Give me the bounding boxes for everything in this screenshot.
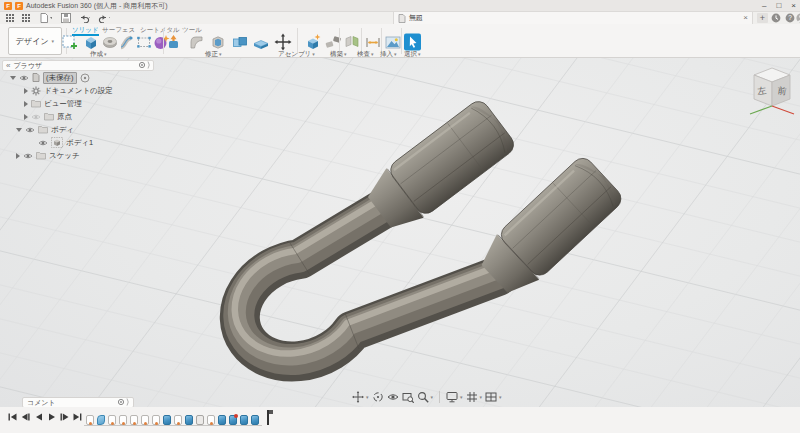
group-select-label[interactable]: 選択 [404, 50, 417, 57]
timeline-feature-sketch[interactable] [141, 415, 149, 425]
viewports-button[interactable]: ▾ [485, 391, 502, 403]
job-status-icon[interactable] [770, 13, 782, 23]
combine-button[interactable] [231, 33, 249, 51]
fillet-button[interactable] [187, 33, 205, 51]
app-grid-icon[interactable] [20, 13, 32, 23]
undo-icon[interactable] [78, 13, 90, 23]
expand-icon[interactable] [24, 101, 28, 107]
comments-display-icon[interactable] [117, 398, 129, 407]
item-label[interactable]: ボディ [51, 125, 74, 135]
select-button[interactable] [403, 33, 421, 51]
collapse-icon[interactable]: « [6, 61, 10, 70]
step-forward-button[interactable] [60, 412, 69, 421]
item-label[interactable]: ドキュメントの設定 [44, 86, 113, 96]
play-reverse-button[interactable] [34, 412, 43, 421]
timeline-feature-sketch[interactable] [207, 415, 215, 425]
expand-icon[interactable] [16, 128, 22, 132]
browser-item-view-management[interactable]: ビュー管理 [2, 97, 172, 110]
timeline-feature-extrude[interactable] [251, 415, 259, 425]
radial-menu-icon[interactable] [80, 73, 90, 83]
sweep-button[interactable] [118, 33, 136, 51]
go-to-start-button[interactable] [8, 412, 17, 421]
root-node-label[interactable]: (未保存) [43, 72, 77, 84]
timeline-feature-sketch[interactable] [86, 415, 94, 425]
document-tab[interactable]: 無題 × [393, 12, 753, 24]
move-copy-button[interactable] [274, 33, 292, 51]
expand-icon[interactable] [24, 114, 28, 120]
item-label[interactable]: ボディ1 [66, 138, 93, 148]
browser-item-document-settings[interactable]: ドキュメントの設定 [2, 84, 172, 97]
group-create-label[interactable]: 作成 [90, 50, 103, 57]
minimize-button[interactable]: – [762, 1, 766, 11]
revolve-button[interactable] [101, 33, 119, 51]
timeline-feature-sketch[interactable] [152, 415, 160, 425]
timeline-feature-extrude[interactable] [218, 415, 226, 425]
new-tab-button[interactable]: + [757, 13, 768, 23]
timeline-feature-sketch[interactable] [174, 415, 182, 425]
user-avatar[interactable] [795, 13, 800, 23]
timeline-feature-sketch[interactable] [130, 415, 138, 425]
item-label[interactable]: 原点 [57, 112, 72, 122]
file-menu-icon[interactable] [40, 13, 52, 23]
construct-plane-button[interactable] [343, 33, 361, 51]
measure-button[interactable] [364, 33, 382, 51]
group-construct-label[interactable]: 構築 [330, 50, 343, 57]
timeline-feature-fillet[interactable] [97, 415, 105, 425]
save-icon[interactable] [60, 13, 72, 23]
look-at-button[interactable] [387, 391, 399, 403]
eye-icon[interactable] [19, 74, 29, 82]
step-back-button[interactable] [21, 412, 30, 421]
redo-icon[interactable] [98, 13, 110, 23]
display-settings-button[interactable]: ▾ [446, 391, 463, 403]
timeline-position-marker[interactable] [264, 410, 272, 425]
timeline-feature-extrude[interactable] [163, 415, 171, 425]
zoom-button[interactable]: ▾ [417, 391, 434, 403]
timeline-feature-extrude[interactable] [185, 415, 193, 425]
timeline-track[interactable] [84, 425, 262, 426]
timeline-feature-sketch[interactable] [108, 415, 116, 425]
eye-icon[interactable] [38, 139, 48, 147]
model-head-upper[interactable] [361, 97, 518, 237]
workspace-selector[interactable]: デザイン ▾ [8, 27, 62, 55]
new-component-button[interactable] [304, 33, 322, 51]
item-label[interactable]: スケッチ [49, 151, 80, 161]
group-insert-label[interactable]: 挿入 [380, 50, 393, 57]
data-panel-icon[interactable] [4, 13, 16, 23]
model-u-tube[interactable] [235, 198, 498, 362]
fit-button[interactable] [402, 391, 414, 403]
grid-snaps-button[interactable]: ▾ [466, 391, 483, 403]
timeline-feature-extrude-error[interactable] [229, 415, 237, 425]
browser-item-bodies[interactable]: ボディ [2, 123, 172, 136]
view-cube[interactable]: 左 前 [744, 60, 800, 124]
comments-bar[interactable]: コメント [22, 397, 134, 407]
browser-item-body1[interactable]: ボディ1 [2, 136, 172, 149]
timeline-feature-sketch[interactable] [119, 415, 127, 425]
tab-close-button[interactable]: × [743, 14, 748, 22]
eye-off-icon[interactable] [31, 113, 41, 121]
group-modify-label[interactable]: 修正 [205, 50, 218, 57]
eye-icon[interactable] [23, 152, 33, 160]
expand-icon[interactable] [16, 153, 20, 159]
browser-header[interactable]: « ブラウザ [2, 60, 154, 71]
create-form-box-button[interactable] [135, 33, 153, 51]
shell-button[interactable] [209, 33, 227, 51]
go-to-end-button[interactable] [73, 412, 82, 421]
timeline-feature-extrude[interactable] [240, 415, 248, 425]
insert-canvas-button[interactable] [384, 33, 402, 51]
maximize-button[interactable]: □ [776, 1, 781, 11]
timeline-feature-document[interactable] [196, 415, 204, 425]
play-forward-button[interactable] [47, 412, 56, 421]
group-inspect-label[interactable]: 検査 [357, 50, 370, 57]
close-button[interactable]: × [791, 1, 796, 11]
offset-face-button[interactable] [252, 33, 270, 51]
group-assemble-label[interactable]: アセンブリ [278, 50, 311, 57]
browser-root-row[interactable]: (未保存) [2, 71, 172, 84]
press-pull-button[interactable] [165, 33, 183, 51]
pan-button[interactable]: ▾ [352, 391, 369, 403]
expand-icon[interactable] [24, 88, 28, 94]
browser-item-sketches[interactable]: スケッチ [2, 149, 172, 162]
model-head-lower[interactable] [473, 154, 625, 302]
create-sketch-button[interactable] [61, 33, 79, 51]
eye-icon[interactable] [25, 126, 35, 134]
browser-item-origin[interactable]: 原点 [2, 110, 172, 123]
